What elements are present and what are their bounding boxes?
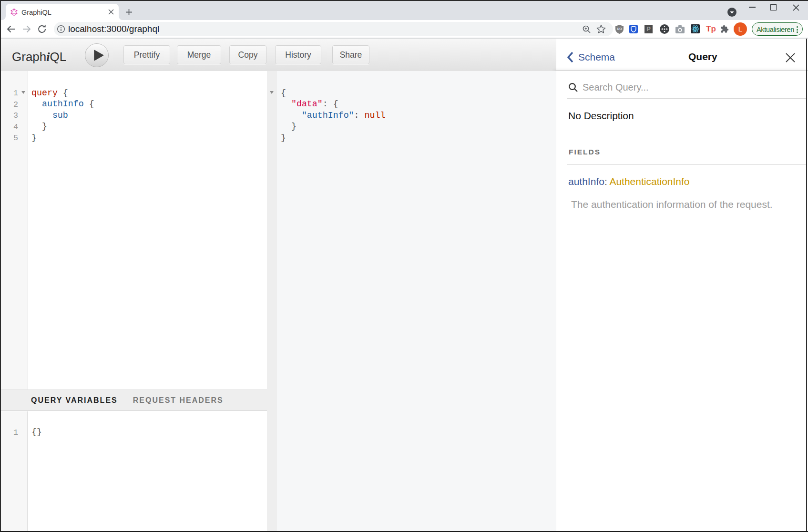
svg-text:UO: UO (617, 27, 622, 31)
